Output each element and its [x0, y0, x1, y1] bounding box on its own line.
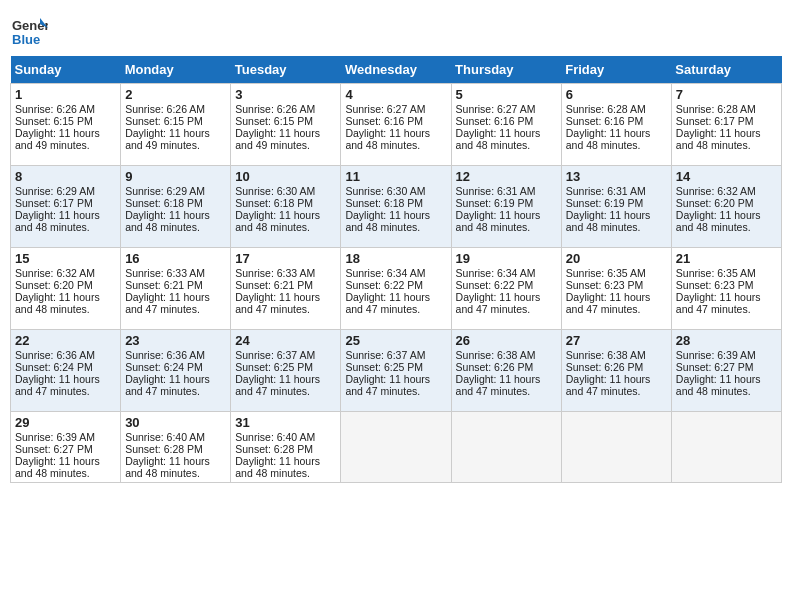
weekday-header-wednesday: Wednesday [341, 56, 451, 84]
page-header: General Blue [10, 10, 782, 48]
calendar-cell: 30Sunrise: 6:40 AMSunset: 6:28 PMDayligh… [121, 412, 231, 483]
sunrise-text: Sunrise: 6:40 AM [125, 431, 205, 443]
calendar-cell: 21Sunrise: 6:35 AMSunset: 6:23 PMDayligh… [671, 248, 781, 330]
sunset-text: Sunset: 6:25 PM [345, 361, 423, 373]
day-number: 2 [125, 87, 226, 102]
calendar-cell: 28Sunrise: 6:39 AMSunset: 6:27 PMDayligh… [671, 330, 781, 412]
day-number: 26 [456, 333, 557, 348]
logo-icon: General Blue [10, 10, 48, 48]
calendar-cell: 6Sunrise: 6:28 AMSunset: 6:16 PMDaylight… [561, 84, 671, 166]
sunrise-text: Sunrise: 6:37 AM [345, 349, 425, 361]
sunset-text: Sunset: 6:26 PM [566, 361, 644, 373]
daylight-text: Daylight: 11 hours and 47 minutes. [566, 291, 651, 315]
daylight-text: Daylight: 11 hours and 47 minutes. [345, 373, 430, 397]
day-number: 1 [15, 87, 116, 102]
day-number: 29 [15, 415, 116, 430]
daylight-text: Daylight: 11 hours and 48 minutes. [15, 291, 100, 315]
weekday-header-tuesday: Tuesday [231, 56, 341, 84]
calendar-cell: 29Sunrise: 6:39 AMSunset: 6:27 PMDayligh… [11, 412, 121, 483]
sunrise-text: Sunrise: 6:40 AM [235, 431, 315, 443]
sunrise-text: Sunrise: 6:26 AM [15, 103, 95, 115]
svg-text:General: General [12, 18, 48, 33]
day-number: 25 [345, 333, 446, 348]
sunset-text: Sunset: 6:19 PM [566, 197, 644, 209]
sunrise-text: Sunrise: 6:33 AM [125, 267, 205, 279]
calendar-cell: 4Sunrise: 6:27 AMSunset: 6:16 PMDaylight… [341, 84, 451, 166]
calendar-cell: 19Sunrise: 6:34 AMSunset: 6:22 PMDayligh… [451, 248, 561, 330]
calendar-cell: 24Sunrise: 6:37 AMSunset: 6:25 PMDayligh… [231, 330, 341, 412]
sunrise-text: Sunrise: 6:32 AM [15, 267, 95, 279]
calendar-cell: 9Sunrise: 6:29 AMSunset: 6:18 PMDaylight… [121, 166, 231, 248]
weekday-header-sunday: Sunday [11, 56, 121, 84]
svg-text:Blue: Blue [12, 32, 40, 47]
sunset-text: Sunset: 6:24 PM [125, 361, 203, 373]
sunrise-text: Sunrise: 6:30 AM [345, 185, 425, 197]
calendar-cell: 16Sunrise: 6:33 AMSunset: 6:21 PMDayligh… [121, 248, 231, 330]
weekday-header-monday: Monday [121, 56, 231, 84]
daylight-text: Daylight: 11 hours and 48 minutes. [235, 209, 320, 233]
day-number: 10 [235, 169, 336, 184]
sunrise-text: Sunrise: 6:27 AM [345, 103, 425, 115]
sunset-text: Sunset: 6:22 PM [456, 279, 534, 291]
daylight-text: Daylight: 11 hours and 49 minutes. [235, 127, 320, 151]
weekday-header-thursday: Thursday [451, 56, 561, 84]
day-number: 4 [345, 87, 446, 102]
sunset-text: Sunset: 6:28 PM [235, 443, 313, 455]
sunrise-text: Sunrise: 6:28 AM [676, 103, 756, 115]
calendar-cell: 20Sunrise: 6:35 AMSunset: 6:23 PMDayligh… [561, 248, 671, 330]
sunset-text: Sunset: 6:22 PM [345, 279, 423, 291]
sunrise-text: Sunrise: 6:29 AM [15, 185, 95, 197]
calendar-cell: 18Sunrise: 6:34 AMSunset: 6:22 PMDayligh… [341, 248, 451, 330]
day-number: 22 [15, 333, 116, 348]
sunrise-text: Sunrise: 6:35 AM [676, 267, 756, 279]
sunrise-text: Sunrise: 6:35 AM [566, 267, 646, 279]
daylight-text: Daylight: 11 hours and 48 minutes. [345, 209, 430, 233]
sunset-text: Sunset: 6:26 PM [456, 361, 534, 373]
calendar-cell: 12Sunrise: 6:31 AMSunset: 6:19 PMDayligh… [451, 166, 561, 248]
daylight-text: Daylight: 11 hours and 48 minutes. [566, 209, 651, 233]
daylight-text: Daylight: 11 hours and 47 minutes. [456, 373, 541, 397]
logo: General Blue [10, 10, 52, 48]
sunrise-text: Sunrise: 6:37 AM [235, 349, 315, 361]
day-number: 18 [345, 251, 446, 266]
sunset-text: Sunset: 6:18 PM [345, 197, 423, 209]
calendar-cell: 26Sunrise: 6:38 AMSunset: 6:26 PMDayligh… [451, 330, 561, 412]
calendar-cell: 27Sunrise: 6:38 AMSunset: 6:26 PMDayligh… [561, 330, 671, 412]
day-number: 12 [456, 169, 557, 184]
sunset-text: Sunset: 6:24 PM [15, 361, 93, 373]
sunset-text: Sunset: 6:20 PM [676, 197, 754, 209]
day-number: 5 [456, 87, 557, 102]
day-number: 3 [235, 87, 336, 102]
daylight-text: Daylight: 11 hours and 47 minutes. [235, 373, 320, 397]
day-number: 7 [676, 87, 777, 102]
day-number: 9 [125, 169, 226, 184]
day-number: 15 [15, 251, 116, 266]
day-number: 17 [235, 251, 336, 266]
sunset-text: Sunset: 6:21 PM [235, 279, 313, 291]
daylight-text: Daylight: 11 hours and 48 minutes. [566, 127, 651, 151]
sunset-text: Sunset: 6:16 PM [566, 115, 644, 127]
sunrise-text: Sunrise: 6:39 AM [15, 431, 95, 443]
sunrise-text: Sunrise: 6:29 AM [125, 185, 205, 197]
sunset-text: Sunset: 6:16 PM [345, 115, 423, 127]
day-number: 30 [125, 415, 226, 430]
daylight-text: Daylight: 11 hours and 48 minutes. [125, 209, 210, 233]
daylight-text: Daylight: 11 hours and 47 minutes. [235, 291, 320, 315]
sunset-text: Sunset: 6:15 PM [235, 115, 313, 127]
day-number: 31 [235, 415, 336, 430]
sunset-text: Sunset: 6:25 PM [235, 361, 313, 373]
calendar-cell: 14Sunrise: 6:32 AMSunset: 6:20 PMDayligh… [671, 166, 781, 248]
weekday-header-friday: Friday [561, 56, 671, 84]
sunrise-text: Sunrise: 6:27 AM [456, 103, 536, 115]
daylight-text: Daylight: 11 hours and 48 minutes. [125, 455, 210, 479]
day-number: 20 [566, 251, 667, 266]
sunset-text: Sunset: 6:27 PM [15, 443, 93, 455]
calendar-cell [451, 412, 561, 483]
day-number: 19 [456, 251, 557, 266]
calendar-cell: 2Sunrise: 6:26 AMSunset: 6:15 PMDaylight… [121, 84, 231, 166]
sunrise-text: Sunrise: 6:38 AM [566, 349, 646, 361]
calendar-cell: 10Sunrise: 6:30 AMSunset: 6:18 PMDayligh… [231, 166, 341, 248]
day-number: 14 [676, 169, 777, 184]
calendar-cell: 7Sunrise: 6:28 AMSunset: 6:17 PMDaylight… [671, 84, 781, 166]
sunrise-text: Sunrise: 6:32 AM [676, 185, 756, 197]
